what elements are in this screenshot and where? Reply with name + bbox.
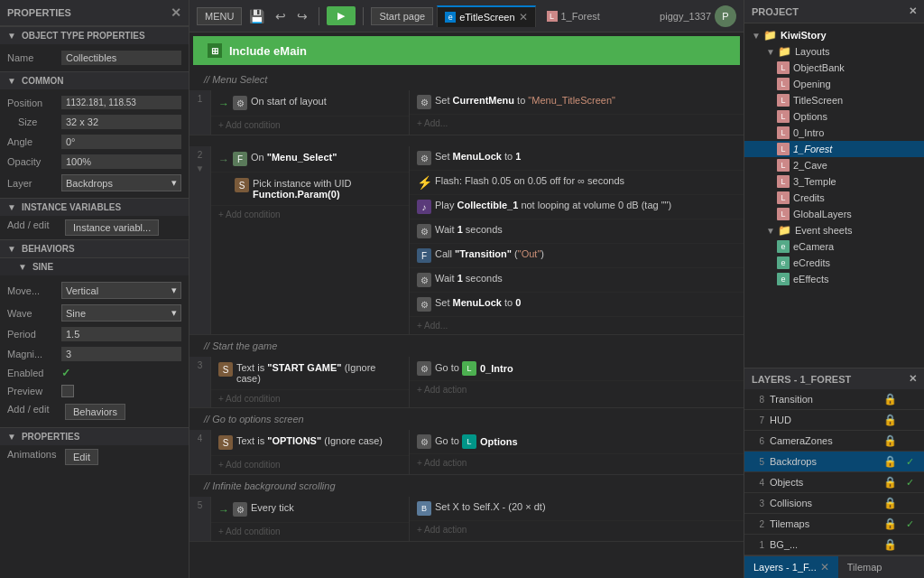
add-action-1[interactable]: + Add...: [410, 115, 744, 132]
tree-layout-titlescreen[interactable]: L TitleScreen: [744, 92, 924, 108]
tree-layouts-folder[interactable]: ▼ 📁 Layouts: [744, 43, 924, 60]
action-2-4[interactable]: ⚙ Wait 1 seconds: [410, 219, 744, 244]
tree-event-ecredits[interactable]: e eCredits: [744, 255, 924, 271]
layer-backdrops[interactable]: 5 Backdrops 🔒 ✓: [744, 452, 924, 472]
add-condition-3[interactable]: + Add condition: [211, 390, 409, 407]
layer-lock-5[interactable]: 🔒: [883, 455, 897, 468]
condition-2-1[interactable]: → F On "Menu_Select": [211, 146, 409, 172]
opacity-value[interactable]: 100%: [61, 154, 181, 169]
menu-button[interactable]: MENU: [197, 7, 242, 25]
condition-3-1[interactable]: S Text is "START GAME" (Ignore case): [211, 357, 409, 390]
tree-event-ecamera[interactable]: e eCamera: [744, 238, 924, 255]
layers-close-btn[interactable]: ✕: [909, 373, 917, 385]
layers-tab[interactable]: Layers - 1_F... ✕: [744, 556, 838, 578]
section-sine[interactable]: ▼ SINE: [0, 257, 189, 275]
behaviors-btn[interactable]: Behaviors: [65, 404, 125, 420]
tree-layout-3temple[interactable]: L 3_Temple: [744, 173, 924, 190]
name-value[interactable]: Collectibles: [61, 51, 181, 65]
layer-lock-1[interactable]: 🔒: [883, 538, 897, 551]
start-page-tab[interactable]: Start page: [371, 7, 433, 25]
section-properties[interactable]: ▼ PROPERTIES: [0, 427, 189, 445]
action-2-3[interactable]: ♪ Play Collectible_1 not looping at volu…: [410, 195, 744, 219]
tree-layout-credits[interactable]: L Credits: [744, 190, 924, 206]
layer-lock-8[interactable]: 🔒: [883, 393, 897, 406]
second-tab[interactable]: L 1_Forest: [540, 7, 607, 25]
layer-objects[interactable]: 4 Objects 🔒 ✓: [744, 472, 924, 493]
layer-bg[interactable]: 1 BG_... 🔒: [744, 535, 924, 555]
tree-root[interactable]: ▼ 📁 KiwiStory: [744, 27, 924, 43]
enabled-check[interactable]: ✓: [61, 367, 70, 379]
play-btn[interactable]: ▶: [327, 6, 356, 25]
layer-vis-6[interactable]: [902, 434, 917, 448]
preview-check[interactable]: [61, 385, 74, 397]
tilemap-tab[interactable]: Tilemap: [838, 556, 892, 578]
tree-layout-0intro[interactable]: L 0_Intro: [744, 125, 924, 141]
action-4-1[interactable]: ⚙ Go to L Options: [410, 430, 744, 454]
action-1-1[interactable]: ⚙ Set CurrentMenu to "Menu_TitleScreen": [410, 90, 744, 115]
add-condition-4[interactable]: + Add condition: [211, 456, 409, 473]
action-5-1[interactable]: B Set X to Self.X - (20 × dt): [410, 497, 744, 521]
active-tab[interactable]: e eTitleScreen ✕: [437, 5, 535, 27]
add-action-4[interactable]: + Add action: [410, 454, 744, 471]
animations-edit-btn[interactable]: Edit: [65, 449, 98, 465]
action-2-2[interactable]: ⚡ Flash: Flash 0.05 on 0.05 off for ∞ se…: [410, 171, 744, 195]
tree-eventsheets-folder[interactable]: ▼ 📁 Event sheets: [744, 222, 924, 238]
undo-btn[interactable]: ↩: [272, 5, 290, 27]
tree-layout-2cave[interactable]: L 2_Cave: [744, 157, 924, 173]
section-object-type[interactable]: ▼ OBJECT TYPE PROPERTIES: [0, 26, 189, 44]
layer-vis-1[interactable]: [902, 537, 917, 552]
redo-btn[interactable]: ↪: [293, 5, 311, 27]
layer-vis-2[interactable]: ✓: [902, 517, 917, 531]
size-value[interactable]: 32 x 32: [61, 115, 181, 129]
layer-hud[interactable]: 7 HUD 🔒: [744, 410, 924, 431]
instance-vars-btn[interactable]: Instance variabl...: [65, 219, 159, 236]
action-2-6[interactable]: ⚙ Wait 1 seconds: [410, 268, 744, 293]
condition-5-1[interactable]: → ⚙ Every tick: [211, 497, 409, 523]
action-2-1[interactable]: ⚙ Set MenuLock to 1: [410, 146, 744, 171]
layer-transition[interactable]: 8 Transition 🔒: [744, 389, 924, 410]
move-dropdown[interactable]: Vertical ▾: [61, 282, 181, 299]
layers-tab-close[interactable]: ✕: [820, 561, 829, 573]
action-2-5[interactable]: F Call "Transition" ("Out"): [410, 244, 744, 268]
position-value[interactable]: 1132.181, 118.53: [61, 96, 181, 109]
tree-layout-options[interactable]: L Options: [744, 108, 924, 125]
magni-value[interactable]: 3: [61, 347, 181, 361]
layer-vis-4[interactable]: ✓: [902, 475, 917, 489]
layer-lock-7[interactable]: 🔒: [883, 414, 897, 426]
include-bar[interactable]: ⊞ Include eMain: [193, 36, 740, 65]
layer-lock-6[interactable]: 🔒: [883, 434, 897, 447]
period-value[interactable]: 1.5: [61, 327, 181, 341]
tree-layout-objectbank[interactable]: L ObjectBank: [744, 60, 924, 76]
add-condition-1[interactable]: + Add condition: [211, 117, 409, 134]
add-action-5[interactable]: + Add action: [410, 521, 744, 538]
wave-dropdown[interactable]: Sine ▾: [61, 304, 181, 322]
tree-layout-opening[interactable]: L Opening: [744, 76, 924, 92]
tree-layout-1forest[interactable]: L 1_Forest: [744, 141, 924, 157]
active-tab-close[interactable]: ✕: [519, 11, 528, 23]
section-instance-vars[interactable]: ▼ INSTANCE VARIABLES: [0, 198, 189, 216]
section-common[interactable]: ▼ COMMON: [0, 71, 189, 89]
layer-lock-2[interactable]: 🔒: [883, 517, 897, 530]
layer-vis-3[interactable]: [902, 496, 917, 510]
save-icon-btn[interactable]: 💾: [245, 5, 268, 27]
layer-tilemaps[interactable]: 2 Tilemaps 🔒 ✓: [744, 514, 924, 535]
condition-2-2[interactable]: S Pick instance with UID Function.Param(…: [211, 172, 409, 206]
layer-vis-8[interactable]: [902, 392, 917, 406]
layer-lock-3[interactable]: 🔒: [883, 497, 897, 509]
layer-lock-4[interactable]: 🔒: [883, 476, 897, 489]
layer-camerazones[interactable]: 6 CameraZones 🔒: [744, 431, 924, 452]
add-condition-5[interactable]: + Add condition: [211, 523, 409, 540]
layer-vis-7[interactable]: [902, 413, 917, 427]
add-action-2[interactable]: + Add...: [410, 317, 744, 334]
tree-layout-globallayers[interactable]: L GlobalLayers: [744, 206, 924, 222]
action-2-7[interactable]: ⚙ Set MenuLock to 0: [410, 293, 744, 317]
layer-vis-5[interactable]: ✓: [902, 454, 917, 469]
user-avatar[interactable]: P: [715, 5, 736, 27]
project-close-btn[interactable]: ✕: [909, 5, 917, 17]
action-3-1[interactable]: ⚙ Go to L 0_Intro: [410, 357, 744, 381]
condition-4-1[interactable]: S Text is "OPTIONS" (Ignore case): [211, 430, 409, 456]
add-action-3[interactable]: + Add action: [410, 381, 744, 398]
tree-event-eeffects[interactable]: e eEffects: [744, 271, 924, 287]
properties-close-btn[interactable]: ✕: [171, 5, 181, 20]
section-behaviors[interactable]: ▼ BEHAVIORS: [0, 239, 189, 257]
